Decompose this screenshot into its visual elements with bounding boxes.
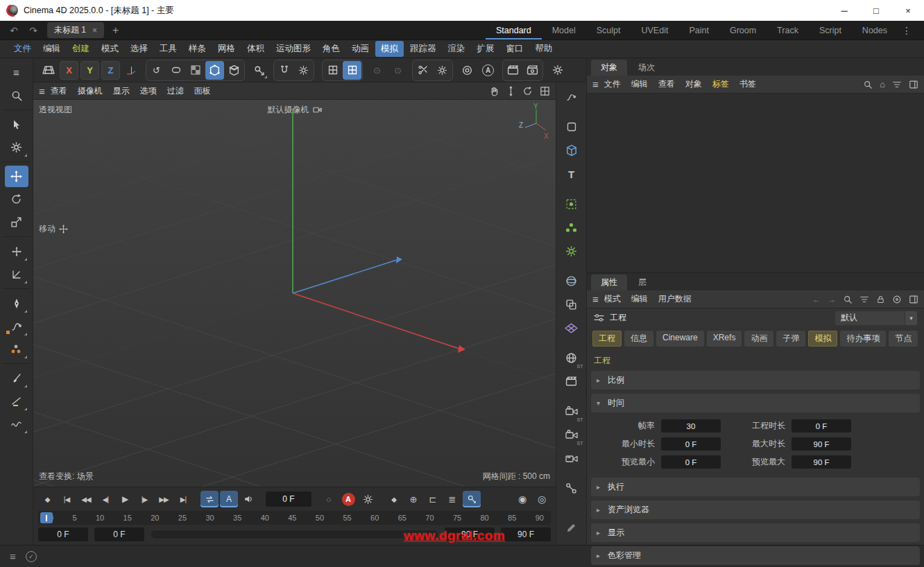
prev-frame-button[interactable]: ◀| bbox=[96, 491, 114, 507]
om-filter-icon[interactable] bbox=[892, 80, 902, 89]
layout-tab-model[interactable]: Model bbox=[542, 21, 586, 40]
menu-file[interactable]: 文件 bbox=[8, 41, 37, 57]
attr-target-icon[interactable] bbox=[892, 295, 902, 304]
close-tab-icon[interactable]: × bbox=[92, 26, 97, 35]
layout-tab-standard[interactable]: Standard bbox=[486, 21, 542, 40]
om-menu-view[interactable]: 查看 bbox=[653, 77, 680, 91]
annotation-pencil-icon[interactable] bbox=[560, 517, 583, 538]
cat-project[interactable]: 工程 bbox=[592, 331, 622, 347]
section-run[interactable]: ▸ 执行 bbox=[591, 478, 920, 496]
layout-tab-track[interactable]: Track bbox=[767, 21, 809, 40]
layout-tab-uvedit[interactable]: UVEdit bbox=[631, 21, 679, 40]
joint-tool-icon[interactable] bbox=[560, 478, 583, 498]
attr-lock-icon[interactable] bbox=[876, 295, 885, 304]
grid-snap-icon[interactable] bbox=[343, 61, 361, 80]
knife-tool[interactable] bbox=[5, 390, 28, 412]
workplane-icon[interactable] bbox=[39, 61, 58, 80]
menu-animate[interactable]: 动画 bbox=[346, 41, 375, 57]
zoom-tool[interactable] bbox=[5, 85, 28, 106]
vp-menu-display[interactable]: 显示 bbox=[108, 84, 135, 98]
attr-menu-icon[interactable]: ≡ bbox=[592, 293, 599, 305]
menu-edit[interactable]: 编辑 bbox=[37, 41, 66, 57]
section-color-management[interactable]: ▸ 色彩管理 bbox=[591, 546, 920, 565]
cat-animation[interactable]: 动画 bbox=[744, 331, 773, 347]
play-button[interactable]: ▶ bbox=[116, 491, 134, 507]
select-tool[interactable] bbox=[5, 114, 28, 135]
duration-field[interactable]: 0 F bbox=[792, 419, 851, 433]
menu-mograph[interactable]: 运动图形 bbox=[271, 41, 316, 57]
attr-forward-icon[interactable]: → bbox=[828, 295, 836, 304]
playback-settings-icon[interactable]: ◉ bbox=[513, 491, 531, 507]
minimize-button[interactable]: ─ bbox=[828, 0, 860, 21]
layout-menu-icon[interactable]: ⋮ bbox=[898, 25, 918, 36]
palette-menu-icon[interactable]: ≡ bbox=[5, 62, 28, 83]
sketch-spline-tool[interactable] bbox=[5, 315, 28, 337]
rotate-tool[interactable] bbox=[5, 189, 28, 210]
mograph-cloner-icon[interactable] bbox=[560, 217, 583, 238]
playback-speed-icon[interactable]: ◎ bbox=[533, 491, 551, 507]
convert-editable-icon[interactable]: ↺ bbox=[147, 61, 166, 80]
cat-info[interactable]: 信息 bbox=[624, 331, 653, 347]
camera-object-icon[interactable]: ST bbox=[560, 401, 583, 421]
point-mode-icon[interactable] bbox=[205, 61, 224, 80]
section-display[interactable]: ▸ 显示 bbox=[591, 523, 920, 542]
render-view-button[interactable] bbox=[504, 61, 522, 80]
autokey-button[interactable]: A bbox=[339, 491, 357, 507]
preset-dropdown[interactable]: 默认 ▾ bbox=[835, 311, 917, 325]
key-bracket-button[interactable]: ⊏ bbox=[424, 491, 442, 507]
attr-filter-icon[interactable] bbox=[859, 295, 869, 304]
volume-builder-icon[interactable] bbox=[560, 270, 583, 291]
menu-spline[interactable]: 样条 bbox=[183, 41, 212, 57]
selected-key-button[interactable] bbox=[463, 491, 481, 507]
viewport-menu-icon[interactable]: ≡ bbox=[39, 85, 45, 97]
key-options-button[interactable]: ≣ bbox=[443, 491, 461, 507]
layout-tab-groom[interactable]: Groom bbox=[719, 21, 767, 40]
particle-emitter-icon[interactable] bbox=[560, 193, 583, 214]
dolly-zoom-icon[interactable] bbox=[506, 86, 515, 96]
menu-create[interactable]: 创建 bbox=[67, 41, 95, 57]
cut-tool-icon[interactable] bbox=[413, 61, 432, 80]
goto-end-button[interactable]: ▶| bbox=[174, 491, 192, 507]
menu-help[interactable]: 帮助 bbox=[530, 41, 558, 57]
keying-settings-button[interactable] bbox=[359, 491, 377, 507]
layout-tab-sculpt[interactable]: Sculpt bbox=[586, 21, 631, 40]
goto-start-button[interactable]: |◀ bbox=[58, 491, 76, 507]
maximize-button[interactable]: □ bbox=[860, 0, 892, 21]
menu-select[interactable]: 选择 bbox=[125, 41, 153, 57]
preview-min-field[interactable]: 0 F bbox=[661, 455, 721, 469]
text-primitive-icon[interactable]: T bbox=[560, 164, 583, 184]
menu-simulate[interactable]: 模拟 bbox=[375, 41, 404, 57]
vp-menu-panel[interactable]: 面板 bbox=[189, 84, 216, 98]
tweak-mode-icon[interactable] bbox=[250, 61, 268, 80]
keyframe-diamond-icon[interactable]: ◆ bbox=[38, 491, 56, 507]
om-menu-edit[interactable]: 编辑 bbox=[626, 77, 653, 91]
attr-menu-edit[interactable]: 编辑 bbox=[626, 292, 653, 306]
cat-nodes[interactable]: 节点 bbox=[889, 331, 918, 347]
vp-menu-filter[interactable]: 过滤 bbox=[162, 84, 189, 98]
spline-pen-icon[interactable] bbox=[560, 87, 583, 107]
vp-menu-view[interactable]: 查看 bbox=[46, 84, 72, 98]
new-document-tab-button[interactable]: + bbox=[107, 24, 124, 37]
viewport[interactable]: 透视视图 默认摄像机 移动 查看变换: 场景 网格间距 : 500 cm bbox=[33, 100, 556, 487]
camera-toggle-icon[interactable] bbox=[313, 106, 322, 114]
object-list[interactable] bbox=[587, 94, 924, 272]
om-menu-bookmarks[interactable]: 书签 bbox=[735, 77, 761, 91]
om-panel-icon[interactable] bbox=[909, 80, 918, 89]
lock-x-axis-button[interactable]: X bbox=[60, 61, 78, 80]
om-search-icon[interactable] bbox=[863, 80, 873, 89]
axis-gizmo[interactable]: Y Z X bbox=[518, 103, 551, 140]
menu-window[interactable]: 窗口 bbox=[501, 41, 529, 57]
texture-mode-icon[interactable] bbox=[186, 61, 205, 80]
section-asset-browser[interactable]: ▸ 资产浏览器 bbox=[591, 500, 920, 519]
axis-modify-icon[interactable] bbox=[275, 61, 293, 80]
section-time[interactable]: ▾ 时间 bbox=[591, 394, 920, 412]
camera-target-icon[interactable]: ST bbox=[560, 424, 583, 445]
fps-field[interactable]: 30 bbox=[661, 419, 721, 433]
om-menu-icon[interactable]: ≡ bbox=[592, 78, 599, 90]
mode-icon[interactable] bbox=[594, 313, 604, 322]
view-label[interactable]: 透视视图 bbox=[39, 104, 72, 116]
autokey-range-button[interactable]: A bbox=[220, 491, 238, 507]
snap-icon[interactable] bbox=[323, 61, 342, 80]
record-button[interactable]: ○ bbox=[320, 491, 338, 507]
boolean-modifier-icon[interactable] bbox=[560, 294, 583, 315]
